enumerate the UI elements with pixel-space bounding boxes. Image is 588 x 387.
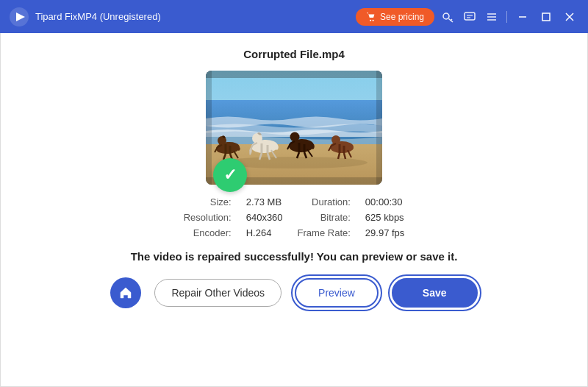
- success-badge: ✓: [213, 158, 247, 192]
- home-icon: [118, 285, 133, 300]
- save-label: Save: [423, 287, 447, 299]
- duration-value: 00:00:30: [365, 196, 405, 207]
- title-bar: Tipard FixMP4 (Unregistered) See pricing: [0, 0, 588, 33]
- svg-rect-57: [206, 71, 382, 78]
- bottom-actions: Repair Other Videos Preview Save: [15, 277, 573, 308]
- titlebar-separator: [506, 11, 507, 23]
- maximize-button[interactable]: [537, 10, 556, 24]
- bitrate-label: Bitrate:: [298, 212, 351, 223]
- close-button[interactable]: [560, 10, 579, 24]
- encoder-value: H.264: [246, 227, 283, 238]
- key-icon: [442, 11, 453, 23]
- duration-label: Duration:: [298, 196, 351, 207]
- menu-button[interactable]: [483, 8, 501, 26]
- chat-icon: [464, 11, 476, 23]
- framerate-label: Frame Rate:: [298, 227, 351, 238]
- encoder-label: Encoder:: [184, 227, 232, 238]
- preview-btn-wrapper: Preview: [295, 278, 379, 308]
- main-content: Corrupted File.mp4: [0, 33, 588, 387]
- app-logo-icon: [9, 7, 29, 27]
- titlebar-actions: See pricing: [356, 8, 579, 26]
- success-message: The video is repaired successfully! You …: [131, 250, 458, 263]
- resolution-value: 640x360: [246, 212, 283, 223]
- resolution-label: Resolution:: [184, 212, 232, 223]
- size-label: Size:: [184, 196, 232, 207]
- preview-button[interactable]: Preview: [295, 278, 379, 308]
- cart-icon: [366, 12, 376, 22]
- svg-rect-60: [376, 71, 382, 185]
- svg-point-49: [331, 135, 340, 144]
- svg-rect-14: [542, 13, 550, 21]
- svg-line-6: [451, 19, 452, 21]
- key-button[interactable]: [439, 8, 456, 26]
- check-icon: ✓: [223, 166, 237, 185]
- minimize-button[interactable]: [513, 10, 532, 24]
- svg-point-3: [373, 19, 374, 21]
- svg-rect-59: [206, 71, 212, 185]
- svg-point-4: [443, 13, 449, 19]
- minimize-icon: [518, 13, 527, 21]
- repair-other-button[interactable]: Repair Other Videos: [154, 279, 282, 307]
- save-btn-wrapper: Save: [392, 278, 478, 308]
- file-info: Size: 2.73 MB Duration: 00:00:30 Resolut…: [184, 196, 405, 238]
- framerate-value: 29.97 fps: [365, 227, 405, 238]
- see-pricing-label: See pricing: [380, 12, 424, 22]
- home-button[interactable]: [110, 277, 141, 308]
- svg-rect-7: [465, 13, 475, 20]
- svg-point-40: [290, 132, 300, 142]
- chat-button[interactable]: [461, 8, 478, 26]
- svg-point-2: [370, 19, 371, 21]
- preview-label: Preview: [318, 287, 355, 299]
- video-thumbnail-container: ✓: [206, 71, 382, 185]
- size-value: 2.73 MB: [246, 196, 283, 207]
- app-title: Tipard FixMP4 (Unregistered): [35, 11, 356, 22]
- save-button[interactable]: Save: [392, 278, 478, 308]
- file-name: Corrupted File.mp4: [243, 48, 345, 60]
- see-pricing-button[interactable]: See pricing: [356, 8, 434, 26]
- repair-other-label: Repair Other Videos: [171, 287, 265, 299]
- bitrate-value: 625 kbps: [365, 212, 405, 223]
- menu-icon: [486, 11, 498, 23]
- maximize-icon: [542, 13, 551, 21]
- close-icon: [565, 13, 574, 21]
